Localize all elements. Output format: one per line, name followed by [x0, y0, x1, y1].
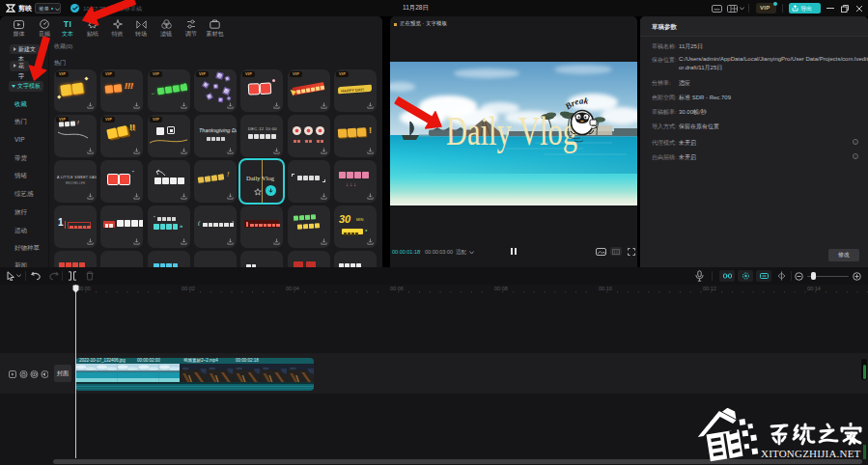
- svg-text:Daily Vlog: Daily Vlog: [446, 109, 577, 153]
